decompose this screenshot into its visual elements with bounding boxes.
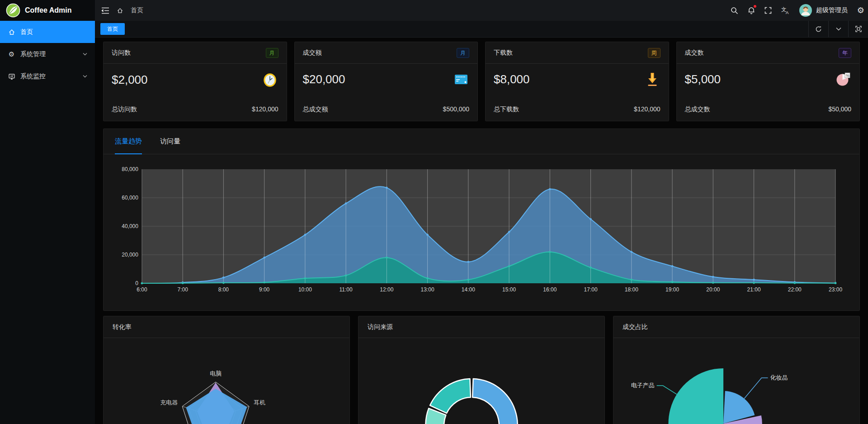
svg-text:A: A	[786, 10, 789, 14]
sidebar-menu: 首页 ⚙ 系统管理 系统监控	[0, 21, 95, 87]
svg-text:40,000: 40,000	[122, 223, 138, 229]
stat-cards-row: 访问数 月 $2,000	[103, 42, 860, 121]
period-badge[interactable]: 年	[839, 48, 851, 58]
download-icon	[644, 71, 660, 87]
stat-card-downloads: 下载数 周 $8,000	[485, 42, 669, 121]
maximize-icon[interactable]	[848, 21, 868, 37]
svg-text:13:00: 13:00	[421, 286, 434, 293]
gear-icon[interactable]: ⚙	[857, 6, 864, 14]
stat-title: 成交数	[685, 49, 704, 57]
period-badge[interactable]: 周	[648, 48, 660, 58]
svg-text:化妆品: 化妆品	[770, 374, 788, 381]
chevron-down-icon[interactable]	[828, 21, 848, 37]
tab-visit-volume[interactable]: 访问量	[160, 129, 180, 154]
svg-text:%: %	[846, 73, 849, 78]
app-title: Coffee Admin	[25, 6, 71, 14]
svg-text:充电器: 充电器	[160, 399, 178, 406]
stat-title: 访问数	[112, 49, 131, 57]
bottom-cards-row: 转化率 电脑耳机充电器 访问来源 成交占比 电子产品化妆品	[103, 316, 860, 424]
period-badge[interactable]: 月	[457, 48, 469, 58]
credit-card-icon	[453, 71, 469, 87]
pie-chart-icon: %	[835, 71, 851, 87]
user-menu[interactable]: 超级管理员	[799, 4, 848, 17]
visit-source-donut-chart	[359, 338, 604, 424]
stat-title: 下载数	[494, 49, 513, 57]
stat-footer-label: 总成交数	[685, 105, 710, 114]
svg-text:60,000: 60,000	[122, 195, 138, 201]
logo-row[interactable]: Coffee Admin	[0, 0, 95, 21]
breadcrumb: 首页	[131, 6, 143, 14]
svg-text:7:00: 7:00	[177, 286, 188, 293]
sidebar-item-home[interactable]: 首页	[0, 21, 95, 43]
stat-title: 成交额	[303, 49, 322, 57]
svg-text:17:00: 17:00	[584, 286, 598, 293]
gear-icon: ⚙	[8, 50, 15, 58]
sidebar-item-system-monitor[interactable]: 系统监控	[0, 65, 95, 87]
stat-card-deal-count: 成交数 年 $5,000 %	[676, 42, 860, 121]
monitor-icon	[8, 73, 15, 80]
stat-value: $8,000	[494, 72, 530, 86]
stat-footer-label: 总访问数	[112, 105, 137, 114]
card-title: 成交占比	[613, 316, 859, 338]
content: 访问数 月 $2,000	[95, 38, 868, 424]
svg-text:耳机: 耳机	[254, 399, 265, 406]
page-tabbar: 首页	[95, 21, 868, 38]
svg-text:22:00: 22:00	[788, 286, 802, 293]
collapse-sidebar-icon[interactable]	[101, 7, 109, 14]
stat-footer-value: $500,000	[443, 105, 469, 114]
topbar: 首页	[95, 0, 868, 21]
traffic-trend-chart: 80,00060,00040,00020,00006:007:008:009:0…	[104, 154, 859, 311]
svg-text:电脑: 电脑	[210, 370, 222, 377]
svg-text:19:00: 19:00	[665, 286, 679, 293]
tab-home[interactable]: 首页	[100, 23, 125, 35]
deal-share-pie-chart: 电子产品化妆品	[613, 338, 859, 424]
svg-text:12:00: 12:00	[380, 286, 393, 293]
traffic-trend-card: 流量趋势 访问量 80,00060,00040,00020,00006:007:…	[103, 129, 860, 311]
svg-text:14:00: 14:00	[462, 286, 475, 293]
stat-footer-value: $50,000	[828, 105, 851, 114]
conversion-radar-chart: 电脑耳机充电器	[104, 338, 349, 424]
home-icon	[8, 29, 15, 36]
stat-value: $5,000	[685, 72, 721, 86]
svg-text:18:00: 18:00	[625, 286, 638, 293]
search-icon[interactable]	[731, 7, 738, 14]
svg-text:80,000: 80,000	[122, 166, 138, 172]
svg-text:11:00: 11:00	[340, 286, 353, 293]
svg-text:20,000: 20,000	[122, 252, 138, 258]
sidebar-item-system-admin[interactable]: ⚙ 系统管理	[0, 43, 95, 65]
svg-text:23:00: 23:00	[829, 286, 842, 293]
svg-text:21:00: 21:00	[747, 286, 761, 293]
stat-value: $2,000	[112, 73, 148, 87]
tab-traffic-trend[interactable]: 流量趋势	[115, 129, 142, 154]
stat-card-visits: 访问数 月 $2,000	[103, 42, 287, 121]
sidebar: Coffee Admin 首页 ⚙ 系统管理	[0, 0, 95, 424]
svg-text:10:00: 10:00	[298, 286, 312, 293]
conversion-rate-card: 转化率 电脑耳机充电器	[103, 316, 350, 424]
app-root: Coffee Admin 首页 ⚙ 系统管理	[0, 0, 868, 424]
svg-text:电子产品: 电子产品	[631, 382, 655, 389]
stat-card-deal-amount: 成交额 月 $20,000	[294, 42, 478, 121]
card-title: 访问来源	[359, 316, 604, 338]
sidebar-item-label: 系统监控	[20, 72, 46, 81]
sidebar-item-label: 系统管理	[20, 50, 46, 58]
avatar	[799, 4, 812, 17]
breadcrumb-home-icon[interactable]	[117, 7, 123, 14]
stat-footer-value: $120,000	[634, 105, 660, 114]
stat-footer-label: 总成交额	[303, 105, 328, 114]
stat-footer-label: 总下载数	[494, 105, 519, 114]
fullscreen-icon[interactable]	[764, 7, 772, 14]
refresh-icon[interactable]	[808, 21, 828, 37]
period-badge[interactable]: 月	[266, 48, 278, 58]
alarm-clock-icon	[261, 71, 278, 88]
svg-text:9:00: 9:00	[259, 286, 270, 293]
trend-tabs: 流量趋势 访问量	[104, 129, 859, 154]
bell-icon[interactable]	[748, 6, 755, 14]
svg-text:20:00: 20:00	[706, 286, 720, 293]
translate-icon[interactable]: 文 A	[781, 6, 790, 14]
stat-footer-value: $120,000	[252, 105, 278, 114]
tab-controls	[808, 21, 868, 37]
svg-text:15:00: 15:00	[502, 286, 516, 293]
spring-leaf-logo-icon	[6, 3, 20, 18]
deal-share-card: 成交占比 电子产品化妆品	[613, 316, 860, 424]
topbar-actions: 文 A 超级管理员 ⚙	[731, 4, 864, 17]
